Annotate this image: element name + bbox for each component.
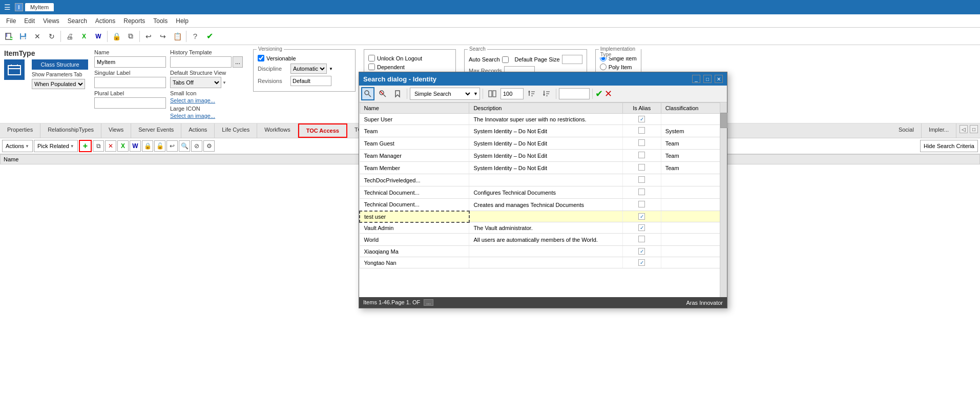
dlg-row-description: Creates and manages Technical Documents xyxy=(469,199,622,211)
footer-page-btn[interactable]: ... xyxy=(424,299,433,306)
dlg-row-name[interactable]: Team xyxy=(360,125,469,137)
svg-line-15 xyxy=(384,95,386,97)
dlg-col-classification[interactable]: Classification xyxy=(661,103,726,114)
dlg-row-isalias[interactable] xyxy=(622,257,661,268)
dialog-sort-asc-button[interactable] xyxy=(525,87,538,100)
dlg-row-isalias[interactable] xyxy=(622,234,661,246)
dlg-row-classification xyxy=(661,234,726,246)
dlg-row-description xyxy=(469,257,622,268)
dlg-row-classification: Team xyxy=(661,162,726,174)
dialog-sep-2 xyxy=(483,89,483,99)
footer-text: Items 1-46.Page 1. OF xyxy=(363,299,420,305)
dlg-row-name[interactable]: Vault Admin xyxy=(360,222,469,234)
dlg-row-isalias[interactable] xyxy=(622,174,661,186)
isalias-checkbox[interactable] xyxy=(638,127,645,134)
dialog-cancel-button[interactable]: ✕ xyxy=(604,88,612,99)
isalias-checkbox[interactable] xyxy=(638,213,645,220)
dlg-row-isalias[interactable] xyxy=(622,150,661,162)
dlg-row-isalias[interactable] xyxy=(622,211,661,222)
dialog-bookmark-button[interactable] xyxy=(391,87,404,100)
dlg-row-classification xyxy=(661,246,726,257)
isalias-checkbox[interactable] xyxy=(638,164,645,171)
dialog-minimize-btn[interactable]: _ xyxy=(692,75,700,83)
dlg-row-classification xyxy=(661,211,726,222)
dlg-row-classification xyxy=(661,199,726,211)
isalias-checkbox[interactable] xyxy=(638,176,645,183)
dlg-row-name[interactable]: TechDocPriveledged... xyxy=(360,174,469,186)
dialog-close-btn[interactable]: ✕ xyxy=(715,75,723,83)
dialog-table-area[interactable]: Name Description Is Alias Classification… xyxy=(359,102,727,297)
dlg-row-isalias[interactable] xyxy=(622,246,661,257)
isalias-checkbox[interactable] xyxy=(638,224,645,231)
svg-point-12 xyxy=(365,91,369,95)
svg-line-13 xyxy=(369,95,371,97)
dlg-row-name[interactable]: Technical Document... xyxy=(360,186,469,199)
dlg-col-description[interactable]: Description xyxy=(469,103,622,114)
dlg-row-classification: Team xyxy=(661,150,726,162)
isalias-checkbox[interactable] xyxy=(638,248,645,255)
dlg-row-description xyxy=(469,246,622,257)
isalias-checkbox[interactable] xyxy=(638,259,645,266)
dlg-row-description: Configures Technical Documents xyxy=(469,186,622,199)
isalias-checkbox[interactable] xyxy=(638,236,645,242)
dialog-table-container: Name Description Is Alias Classification… xyxy=(359,102,727,297)
isalias-checkbox[interactable] xyxy=(638,152,645,158)
page-size-input[interactable] xyxy=(501,88,524,99)
scrollbar-thumb[interactable] xyxy=(720,113,727,128)
dialog-footer: Items 1-46.Page 1. OF ... Aras Innovator xyxy=(359,297,727,308)
search-type-dropdown[interactable]: Simple Search Advanced Search xyxy=(410,88,472,99)
dialog-overlay: Search dialog - Identity _ □ ✕ Simple Se… xyxy=(0,0,980,417)
dlg-row-classification: System xyxy=(661,125,726,137)
isalias-checkbox[interactable] xyxy=(638,201,645,207)
dlg-row-name[interactable]: Yongtao Nan xyxy=(360,257,469,268)
dlg-row-classification xyxy=(661,257,726,268)
dlg-row-description xyxy=(469,211,622,222)
dlg-row-name[interactable]: Xiaoqiang Ma xyxy=(360,246,469,257)
dlg-row-classification xyxy=(661,174,726,186)
svg-rect-18 xyxy=(493,91,496,97)
dlg-row-isalias[interactable] xyxy=(622,222,661,234)
dlg-row-description: System Identity – Do Not Edit xyxy=(469,125,622,137)
dialog-sep-4 xyxy=(592,89,593,99)
dlg-row-description: The Innovator super user with no restric… xyxy=(469,114,622,125)
search-dialog: Search dialog - Identity _ □ ✕ Simple Se… xyxy=(359,72,727,308)
dlg-col-name[interactable]: Name xyxy=(360,103,469,114)
dlg-row-isalias[interactable] xyxy=(622,162,661,174)
dlg-row-name[interactable]: test user xyxy=(360,211,469,222)
dlg-row-name[interactable]: Team Member xyxy=(360,162,469,174)
dialog-toolbar: Simple Search Advanced Search ▼ ✔ ✕ xyxy=(359,86,727,102)
dlg-col-isalias[interactable]: Is Alias xyxy=(622,103,661,114)
dlg-row-isalias[interactable] xyxy=(622,125,661,137)
isalias-checkbox[interactable] xyxy=(638,116,645,122)
dlg-row-name[interactable]: World xyxy=(360,234,469,246)
identity-table: Name Description Is Alias Classification… xyxy=(359,102,727,268)
dlg-row-classification: Team xyxy=(661,137,726,150)
dlg-row-classification xyxy=(661,114,726,125)
dlg-row-name[interactable]: Team Manager xyxy=(360,150,469,162)
search-type-arrow: ▼ xyxy=(472,91,479,96)
dialog-header: Search dialog - Identity _ □ ✕ xyxy=(359,72,727,86)
dlg-row-classification xyxy=(661,186,726,199)
dialog-search-text-input[interactable] xyxy=(559,88,590,99)
dlg-row-name[interactable]: Technical Document... xyxy=(360,199,469,211)
dlg-row-description: System Identity – Do Not Edit xyxy=(469,137,622,150)
dialog-ok-button[interactable]: ✔ xyxy=(595,88,603,99)
isalias-checkbox[interactable] xyxy=(638,189,645,195)
isalias-checkbox[interactable] xyxy=(638,139,645,146)
dlg-row-description: System Identity – Do Not Edit xyxy=(469,162,622,174)
dlg-row-description: All users are automatically members of t… xyxy=(469,234,622,246)
dialog-scrollbar[interactable] xyxy=(720,102,727,297)
dialog-maximize-btn[interactable]: □ xyxy=(703,75,712,83)
dialog-brand: Aras Innovator xyxy=(686,300,723,306)
dlg-row-name[interactable]: Super User xyxy=(360,114,469,125)
dialog-clear-button[interactable] xyxy=(376,87,389,100)
dialog-search-button[interactable] xyxy=(361,87,374,100)
dlg-row-isalias[interactable] xyxy=(622,137,661,150)
dlg-row-classification xyxy=(661,222,726,234)
dlg-row-isalias[interactable] xyxy=(622,186,661,199)
dialog-sort-desc-button[interactable] xyxy=(540,87,553,100)
dlg-row-isalias[interactable] xyxy=(622,199,661,211)
dlg-row-isalias[interactable] xyxy=(622,114,661,125)
dlg-row-name[interactable]: Team Guest xyxy=(360,137,469,150)
dialog-columns-button[interactable] xyxy=(486,87,499,100)
